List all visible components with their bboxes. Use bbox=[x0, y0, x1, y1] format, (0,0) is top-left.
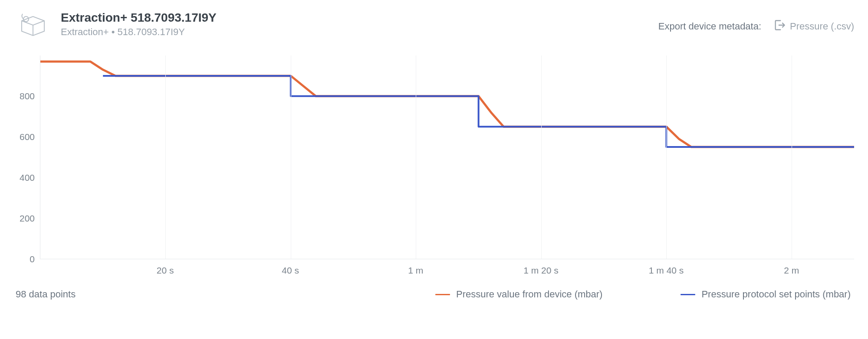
x-tick-label: 20 s bbox=[157, 265, 174, 276]
page-subtitle: Extraction+ • 518.7093.17I9Y bbox=[61, 26, 217, 38]
x-axis: 20 s40 s1 m1 m 20 s1 m 40 s2 m bbox=[40, 259, 854, 279]
header-left: Extraction+ 518.7093.17I9Y Extraction+ •… bbox=[14, 10, 217, 38]
series-device-value bbox=[40, 62, 854, 147]
legend-item-device-value: Pressure value from device (mbar) bbox=[435, 289, 602, 300]
y-axis: 0200400600800 bbox=[14, 55, 40, 259]
device-icon bbox=[14, 10, 52, 38]
legend-item-set-points: Pressure protocol set points (mbar) bbox=[681, 289, 851, 300]
x-tick-label: 1 m 40 s bbox=[649, 265, 684, 276]
chart-plot[interactable] bbox=[40, 55, 854, 259]
legend-swatch-2 bbox=[681, 294, 695, 295]
y-tick-label: 400 bbox=[20, 173, 35, 183]
page-title: Extraction+ 518.7093.17I9Y bbox=[61, 11, 217, 25]
chart-area: 0200400600800 bbox=[14, 55, 854, 259]
x-tick-label: 1 m bbox=[408, 265, 423, 276]
y-tick-label: 0 bbox=[30, 254, 35, 264]
header-right: Export device metadata: Pressure (.csv) bbox=[658, 10, 854, 36]
chart-container: 0200400600800 20 s40 s1 m1 m 20 s1 m 40 … bbox=[14, 55, 854, 300]
x-tick-label: 1 m 20 s bbox=[523, 265, 559, 276]
chart-footer: 98 data points Pressure value from devic… bbox=[14, 289, 854, 300]
y-tick-label: 800 bbox=[20, 91, 35, 101]
export-button-label: Pressure (.csv) bbox=[790, 21, 854, 32]
legend-label-1: Pressure value from device (mbar) bbox=[456, 289, 602, 300]
y-tick-label: 600 bbox=[20, 132, 35, 142]
series-set-points bbox=[103, 76, 854, 147]
export-metadata-label: Export device metadata: bbox=[658, 21, 761, 32]
data-points-count: 98 data points bbox=[16, 289, 76, 300]
export-icon bbox=[773, 19, 786, 34]
legend-label-2: Pressure protocol set points (mbar) bbox=[701, 289, 851, 300]
export-csv-button[interactable]: Pressure (.csv) bbox=[773, 17, 854, 36]
x-tick-label: 40 s bbox=[282, 265, 299, 276]
x-tick-label: 2 m bbox=[784, 265, 799, 276]
title-block: Extraction+ 518.7093.17I9Y Extraction+ •… bbox=[61, 11, 217, 38]
header: Extraction+ 518.7093.17I9Y Extraction+ •… bbox=[14, 10, 854, 38]
chart-legend: Pressure value from device (mbar) Pressu… bbox=[76, 289, 854, 300]
legend-swatch-1 bbox=[435, 294, 450, 295]
y-tick-label: 200 bbox=[20, 213, 35, 224]
